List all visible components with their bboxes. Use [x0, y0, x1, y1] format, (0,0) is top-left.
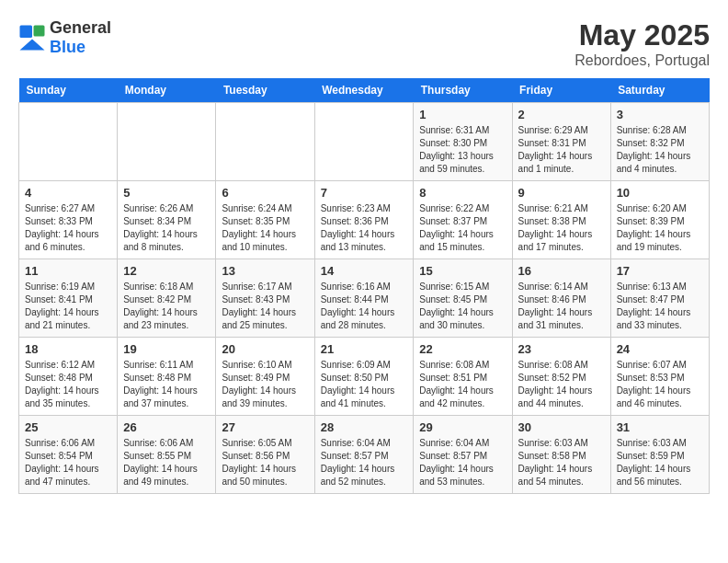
calendar-cell: 20Sunrise: 6:10 AM Sunset: 8:49 PM Dayli… — [216, 338, 314, 416]
logo: General Blue — [18, 18, 111, 57]
calendar-cell — [19, 103, 118, 181]
calendar-cell: 9Sunrise: 6:21 AM Sunset: 8:38 PM Daylig… — [512, 181, 610, 259]
calendar-cell: 7Sunrise: 6:23 AM Sunset: 8:36 PM Daylig… — [314, 181, 414, 259]
calendar-week-row: 4Sunrise: 6:27 AM Sunset: 8:33 PM Daylig… — [19, 181, 710, 259]
calendar-table: SundayMondayTuesdayWednesdayThursdayFrid… — [18, 78, 710, 494]
day-number: 30 — [518, 420, 605, 434]
day-number: 16 — [518, 264, 605, 278]
day-info: Sunrise: 6:21 AM Sunset: 8:38 PM Dayligh… — [518, 202, 605, 254]
logo-blue: Blue — [50, 38, 85, 56]
day-of-week-header: Sunday — [19, 78, 118, 103]
day-info: Sunrise: 6:19 AM Sunset: 8:41 PM Dayligh… — [25, 281, 111, 332]
main-title: May 2025 — [574, 18, 710, 52]
calendar-week-row: 11Sunrise: 6:19 AM Sunset: 8:41 PM Dayli… — [19, 259, 710, 338]
day-number: 4 — [25, 186, 111, 200]
calendar-cell: 25Sunrise: 6:06 AM Sunset: 8:54 PM Dayli… — [19, 416, 118, 494]
day-of-week-header: Friday — [512, 78, 610, 103]
day-number: 6 — [222, 186, 308, 200]
svg-rect-1 — [34, 26, 45, 37]
day-info: Sunrise: 6:27 AM Sunset: 8:33 PM Dayligh… — [25, 202, 111, 254]
day-of-week-header: Thursday — [414, 78, 512, 103]
calendar-week-row: 1Sunrise: 6:31 AM Sunset: 8:30 PM Daylig… — [19, 103, 710, 181]
day-info: Sunrise: 6:28 AM Sunset: 8:32 PM Dayligh… — [617, 124, 703, 176]
day-number: 23 — [518, 342, 605, 356]
calendar-cell: 21Sunrise: 6:09 AM Sunset: 8:50 PM Dayli… — [314, 338, 414, 416]
day-number: 19 — [123, 342, 210, 356]
calendar-cell: 14Sunrise: 6:16 AM Sunset: 8:44 PM Dayli… — [314, 259, 414, 338]
day-number: 18 — [25, 342, 111, 356]
day-number: 11 — [25, 264, 111, 278]
calendar-cell: 29Sunrise: 6:04 AM Sunset: 8:57 PM Dayli… — [414, 416, 512, 494]
day-info: Sunrise: 6:07 AM Sunset: 8:53 PM Dayligh… — [617, 359, 703, 410]
day-number: 21 — [321, 342, 408, 356]
calendar-cell: 15Sunrise: 6:15 AM Sunset: 8:45 PM Dayli… — [414, 259, 512, 338]
day-info: Sunrise: 6:10 AM Sunset: 8:49 PM Dayligh… — [222, 359, 308, 410]
day-info: Sunrise: 6:22 AM Sunset: 8:37 PM Dayligh… — [419, 202, 506, 254]
title-section: May 2025 Rebordoes, Portugal — [574, 18, 710, 69]
day-of-week-header: Saturday — [610, 78, 709, 103]
calendar-cell: 12Sunrise: 6:18 AM Sunset: 8:42 PM Dayli… — [118, 259, 216, 338]
day-info: Sunrise: 6:06 AM Sunset: 8:55 PM Dayligh… — [123, 437, 210, 488]
calendar-cell: 17Sunrise: 6:13 AM Sunset: 8:47 PM Dayli… — [610, 259, 709, 338]
calendar-cell: 5Sunrise: 6:26 AM Sunset: 8:34 PM Daylig… — [118, 181, 216, 259]
day-number: 15 — [419, 264, 506, 278]
day-number: 24 — [617, 342, 703, 356]
day-number: 8 — [419, 186, 506, 200]
day-number: 26 — [123, 420, 210, 434]
calendar-header: SundayMondayTuesdayWednesdayThursdayFrid… — [19, 78, 710, 103]
day-info: Sunrise: 6:04 AM Sunset: 8:57 PM Dayligh… — [419, 437, 506, 488]
day-info: Sunrise: 6:12 AM Sunset: 8:48 PM Dayligh… — [25, 359, 111, 410]
day-number: 7 — [321, 186, 408, 200]
day-info: Sunrise: 6:08 AM Sunset: 8:51 PM Dayligh… — [419, 359, 506, 410]
calendar-cell: 26Sunrise: 6:06 AM Sunset: 8:55 PM Dayli… — [118, 416, 216, 494]
calendar-cell: 19Sunrise: 6:11 AM Sunset: 8:48 PM Dayli… — [118, 338, 216, 416]
calendar-cell — [314, 103, 414, 181]
calendar-cell: 8Sunrise: 6:22 AM Sunset: 8:37 PM Daylig… — [414, 181, 512, 259]
calendar-body: 1Sunrise: 6:31 AM Sunset: 8:30 PM Daylig… — [19, 103, 710, 494]
calendar-cell: 23Sunrise: 6:08 AM Sunset: 8:52 PM Dayli… — [512, 338, 610, 416]
header-row: SundayMondayTuesdayWednesdayThursdayFrid… — [19, 78, 710, 103]
day-number: 28 — [321, 420, 408, 434]
day-number: 5 — [123, 186, 210, 200]
day-number: 31 — [617, 420, 703, 434]
calendar-cell: 13Sunrise: 6:17 AM Sunset: 8:43 PM Dayli… — [216, 259, 314, 338]
day-number: 20 — [222, 342, 308, 356]
day-info: Sunrise: 6:08 AM Sunset: 8:52 PM Dayligh… — [518, 359, 605, 410]
header: General Blue May 2025 Rebordoes, Portuga… — [18, 18, 710, 69]
day-number: 2 — [518, 108, 605, 121]
day-info: Sunrise: 6:16 AM Sunset: 8:44 PM Dayligh… — [321, 281, 408, 332]
day-of-week-header: Wednesday — [314, 78, 414, 103]
subtitle: Rebordoes, Portugal — [574, 52, 710, 69]
day-info: Sunrise: 6:13 AM Sunset: 8:47 PM Dayligh… — [617, 281, 703, 332]
day-number: 1 — [419, 108, 506, 121]
day-number: 12 — [123, 264, 210, 278]
calendar-cell: 24Sunrise: 6:07 AM Sunset: 8:53 PM Dayli… — [610, 338, 709, 416]
calendar-cell: 31Sunrise: 6:03 AM Sunset: 8:59 PM Dayli… — [610, 416, 709, 494]
day-number: 9 — [518, 186, 605, 200]
calendar-cell: 11Sunrise: 6:19 AM Sunset: 8:41 PM Dayli… — [19, 259, 118, 338]
day-info: Sunrise: 6:20 AM Sunset: 8:39 PM Dayligh… — [617, 202, 703, 254]
day-info: Sunrise: 6:11 AM Sunset: 8:48 PM Dayligh… — [123, 359, 210, 410]
calendar-week-row: 18Sunrise: 6:12 AM Sunset: 8:48 PM Dayli… — [19, 338, 710, 416]
day-info: Sunrise: 6:04 AM Sunset: 8:57 PM Dayligh… — [321, 437, 408, 488]
day-info: Sunrise: 6:06 AM Sunset: 8:54 PM Dayligh… — [25, 437, 111, 488]
day-number: 10 — [617, 186, 703, 200]
calendar-cell: 1Sunrise: 6:31 AM Sunset: 8:30 PM Daylig… — [414, 103, 512, 181]
calendar-cell: 10Sunrise: 6:20 AM Sunset: 8:39 PM Dayli… — [610, 181, 709, 259]
day-of-week-header: Tuesday — [216, 78, 314, 103]
day-info: Sunrise: 6:31 AM Sunset: 8:30 PM Dayligh… — [419, 124, 506, 176]
calendar-week-row: 25Sunrise: 6:06 AM Sunset: 8:54 PM Dayli… — [19, 416, 710, 494]
day-info: Sunrise: 6:24 AM Sunset: 8:35 PM Dayligh… — [222, 202, 308, 254]
calendar-cell: 18Sunrise: 6:12 AM Sunset: 8:48 PM Dayli… — [19, 338, 118, 416]
calendar-cell: 6Sunrise: 6:24 AM Sunset: 8:35 PM Daylig… — [216, 181, 314, 259]
logo-general: General — [50, 18, 111, 37]
calendar-cell: 28Sunrise: 6:04 AM Sunset: 8:57 PM Dayli… — [314, 416, 414, 494]
day-number: 3 — [617, 108, 703, 121]
day-info: Sunrise: 6:03 AM Sunset: 8:58 PM Dayligh… — [518, 437, 605, 488]
calendar-cell: 2Sunrise: 6:29 AM Sunset: 8:31 PM Daylig… — [512, 103, 610, 181]
calendar-cell: 4Sunrise: 6:27 AM Sunset: 8:33 PM Daylig… — [19, 181, 118, 259]
day-number: 29 — [419, 420, 506, 434]
calendar-cell: 30Sunrise: 6:03 AM Sunset: 8:58 PM Dayli… — [512, 416, 610, 494]
day-info: Sunrise: 6:26 AM Sunset: 8:34 PM Dayligh… — [123, 202, 210, 254]
day-number: 17 — [617, 264, 703, 278]
